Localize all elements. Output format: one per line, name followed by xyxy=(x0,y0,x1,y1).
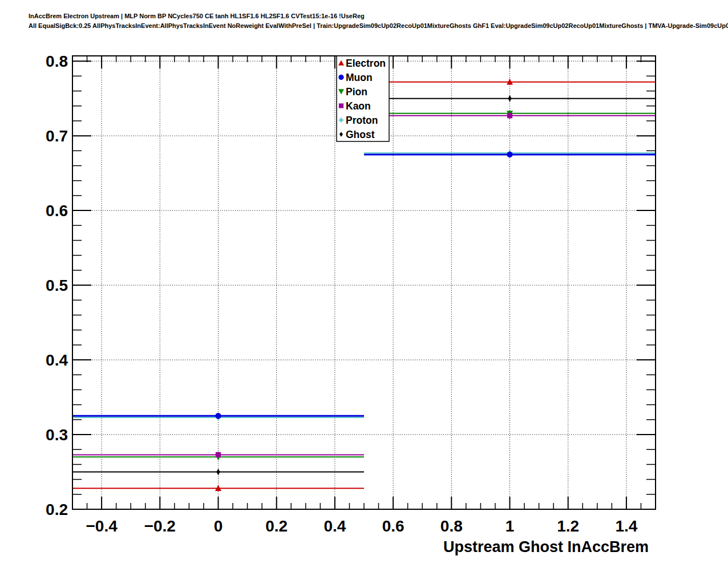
legend-label: Proton xyxy=(346,115,378,126)
x-tick-label: 1.4 xyxy=(615,517,637,535)
y-tick-label: 0.8 xyxy=(46,52,68,70)
legend-label: Kaon xyxy=(346,100,371,112)
y-tick-label: 0.4 xyxy=(46,351,68,369)
y-tick-label: 0.5 xyxy=(46,277,68,294)
x-tick-label: 0 xyxy=(214,517,223,535)
x-tick-label: 0.4 xyxy=(323,517,346,535)
x-axis-title: Upstream Ghost InAccBrem xyxy=(443,538,649,556)
legend: ElectronMuonPionKaonProtonGhost xyxy=(337,56,389,141)
chart-canvas: −0.4−0.200.20.40.60.811.21.40.20.30.40.5… xyxy=(0,0,728,568)
legend-label: Electron xyxy=(346,58,386,69)
series-muon xyxy=(72,152,656,419)
y-tick-label: 0.3 xyxy=(46,426,68,444)
tmva-efficiency-plot: InAccBrem Electron Upstream | MLP Norm B… xyxy=(0,0,728,568)
x-tick-label: −0.4 xyxy=(86,517,118,535)
legend-entry-electron: Electron xyxy=(338,58,386,69)
y-tick-label: 0.6 xyxy=(46,202,68,220)
x-tick-label: 0.6 xyxy=(382,517,405,535)
legend-label: Pion xyxy=(346,86,367,98)
x-tick-label: 0.2 xyxy=(265,517,288,535)
x-tick-label: 1.2 xyxy=(557,517,579,535)
y-tick-label: 0.2 xyxy=(46,501,68,518)
x-tick-label: −0.2 xyxy=(144,517,176,535)
legend-label: Ghost xyxy=(346,129,375,140)
series-pion xyxy=(72,111,656,460)
legend-label: Muon xyxy=(346,72,373,83)
y-tick-label: 0.7 xyxy=(46,127,68,145)
x-tick-label: 1 xyxy=(505,517,515,535)
x-tick-label: 0.8 xyxy=(440,517,463,535)
